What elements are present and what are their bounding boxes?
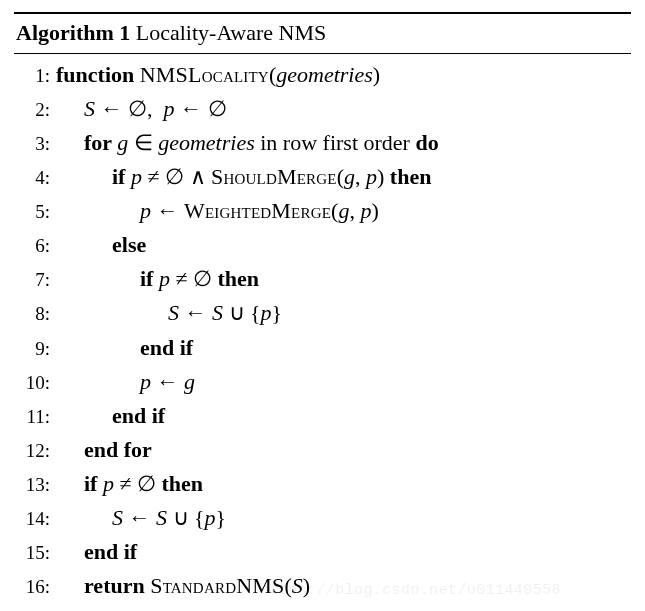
code-token: end if [84,539,137,564]
code-token: S [292,573,303,598]
code-token: end for [84,437,152,462]
line-code: else [56,228,631,262]
line-code: end if [56,399,631,433]
algo-line: 12:end for [14,433,631,467]
code-token: p [140,198,151,223]
line-code: end if [56,535,631,569]
line-number: 10: [14,368,56,397]
code-token: ← [123,505,156,530]
algo-line: 13:if p ≠ ∅ then [14,467,631,501]
line-number: 9: [14,334,56,363]
code-token: S [168,300,179,325]
code-token: ∈ [128,130,158,155]
code-token: ) [377,164,390,189]
code-token: ← ∅, [95,96,164,121]
line-code: p ← g [56,365,631,399]
code-token: g [344,164,355,189]
code-token: ≠ ∅ [114,471,162,496]
line-number: 1: [14,61,56,90]
line-number: 15: [14,538,56,567]
algorithm-body: 1:function NMSLocality(geometries)2:S ← … [14,58,631,611]
code-token: S [212,300,223,325]
line-code: for g ∈ geometries in row first order do [56,126,631,160]
code-token: ) [371,198,378,223]
algorithm-title: Algorithm 1 Locality-Aware NMS [14,16,631,51]
code-token: end if [112,403,165,428]
code-token: if [112,164,131,189]
code-token: , [355,164,366,189]
algorithm-label: Algorithm 1 [16,20,130,45]
algo-line: 8:S ← S ∪ {p} [14,296,631,330]
code-token: p [205,505,216,530]
algo-line: 17:end function [14,603,631,611]
code-token: end if [140,335,193,360]
rule-mid [14,53,631,54]
line-number: 17: [14,606,56,611]
line-number: 6: [14,231,56,260]
code-token: ∪ { [167,505,205,530]
code-token: p [164,96,175,121]
code-token: geometries [276,62,373,87]
code-token: ≠ ∅ [170,266,218,291]
code-token: ← [151,198,184,223]
algo-line: 10:p ← g [14,365,631,399]
line-code: S ← S ∪ {p} [56,501,631,535]
code-token: p [360,198,371,223]
line-code: S ← ∅, p ← ∅ [56,92,631,126]
line-number: 8: [14,299,56,328]
code-token: p [131,164,142,189]
line-code: function NMSLocality(geometries) [56,58,631,92]
algo-line: 1:function NMSLocality(geometries) [14,58,631,92]
line-code: end if [56,331,631,365]
code-token: p [366,164,377,189]
line-code: end function [56,603,631,611]
code-token: if [84,471,103,496]
code-token: for [84,130,117,155]
code-token: do [415,130,438,155]
line-number: 3: [14,129,56,158]
code-token: ) [373,62,380,87]
code-token: ( [337,164,344,189]
line-number: 2: [14,95,56,124]
line-number: 12: [14,436,56,465]
code-token: ≠ ∅ ∧ [142,164,211,189]
code-token: S [84,96,95,121]
algo-line: 16:return StandardNMS(S) [14,569,631,603]
line-code: p ← WeightedMerge(g, p) [56,194,631,228]
line-number: 13: [14,470,56,499]
line-code: if p ≠ ∅ then [56,467,631,501]
line-code: if p ≠ ∅ ∧ ShouldMerge(g, p) then [56,160,631,194]
algorithm-block: Algorithm 1 Locality-Aware NMS 1:functio… [14,12,631,611]
code-token: NMSLocality [140,62,269,87]
line-number: 7: [14,265,56,294]
code-token: ShouldMerge [211,164,337,189]
code-token: p [261,300,272,325]
code-token: g [184,369,195,394]
code-token: ← [179,300,212,325]
code-token: } [272,300,283,325]
code-token: then [390,164,432,189]
algo-line: 9:end if [14,331,631,365]
code-token: StandardNMS [150,573,284,598]
code-token: g [338,198,349,223]
code-token: end function [56,607,174,611]
rule-top [14,12,631,14]
code-token: then [162,471,204,496]
code-token: else [112,232,146,257]
line-number: 5: [14,197,56,226]
code-token: S [156,505,167,530]
code-token: p [103,471,114,496]
code-token: ( [284,573,291,598]
algo-line: 5:p ← WeightedMerge(g, p) [14,194,631,228]
code-token: ∪ { [223,300,261,325]
code-token: WeightedMerge [184,198,331,223]
algo-line: 11:end if [14,399,631,433]
code-token: , [349,198,360,223]
code-token: ) [303,573,310,598]
line-code: if p ≠ ∅ then [56,262,631,296]
algo-line: 3:for g ∈ geometries in row first order … [14,126,631,160]
code-token: function [56,62,140,87]
algo-line: 15:end if [14,535,631,569]
code-token: S [112,505,123,530]
code-token: p [140,369,151,394]
